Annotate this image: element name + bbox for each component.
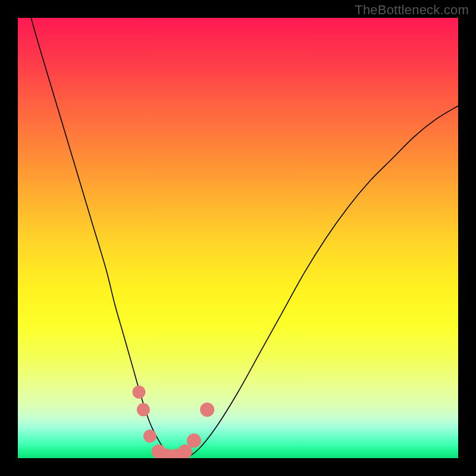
data-marker	[187, 433, 201, 447]
watermark-text: TheBottleneck.com	[355, 2, 469, 18]
bottleneck-curve	[31, 18, 458, 458]
data-marker	[143, 430, 156, 443]
chart-frame: TheBottleneck.com	[0, 0, 476, 476]
data-marker	[137, 403, 150, 416]
plot-area	[18, 18, 458, 458]
curve-svg	[18, 18, 458, 458]
data-marker	[133, 386, 146, 399]
data-marker	[200, 403, 214, 417]
curve-markers	[133, 386, 215, 458]
